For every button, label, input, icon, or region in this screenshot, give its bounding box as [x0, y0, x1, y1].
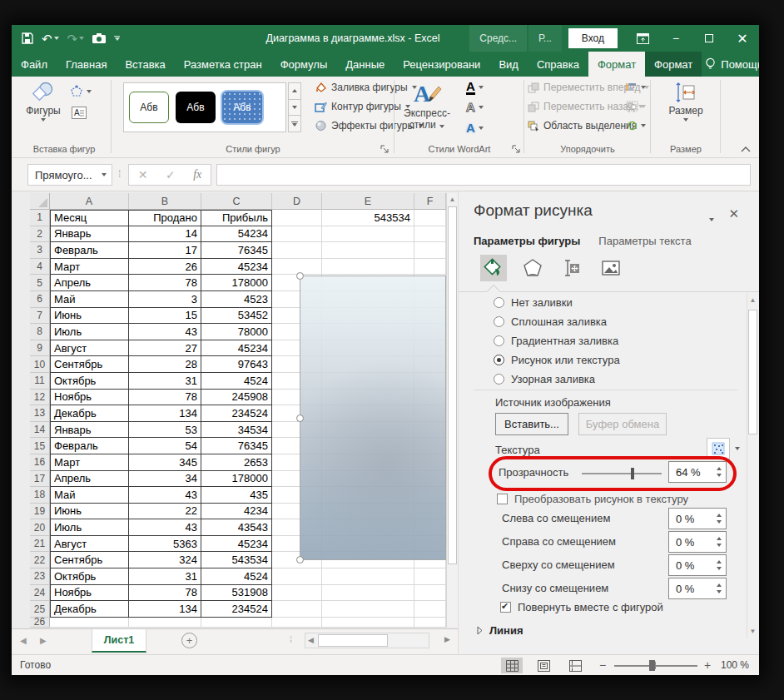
ribbon-tab[interactable]: Вид: [489, 52, 528, 77]
grid-cell[interactable]: 4524: [201, 568, 272, 585]
signin-button[interactable]: Вход: [568, 28, 618, 48]
zoom-slider[interactable]: [614, 665, 697, 667]
grid-cell[interactable]: 234524: [201, 405, 272, 422]
grid-row-header[interactable]: 9: [30, 340, 50, 357]
gallery-up-button[interactable]: [288, 82, 301, 100]
assistant-label[interactable]: Помощн: [721, 58, 759, 71]
zoom-level[interactable]: 100 %: [721, 659, 749, 671]
grid-cell[interactable]: [414, 601, 446, 618]
grid-cell[interactable]: Декабрь: [50, 405, 129, 422]
grid-cell[interactable]: 78: [129, 585, 201, 602]
grid-cell[interactable]: 27: [129, 340, 201, 357]
grid-cell[interactable]: [414, 226, 446, 243]
view-normal-icon[interactable]: [501, 658, 523, 673]
effects-icon[interactable]: [519, 255, 546, 281]
vertical-scrollbar[interactable]: ▲: [446, 193, 458, 628]
ribbon-tab[interactable]: Файл: [12, 52, 57, 77]
transparency-value-spinner[interactable]: 64 %: [668, 461, 727, 483]
view-page-layout-icon[interactable]: [533, 658, 554, 673]
grid-cell[interactable]: [322, 585, 414, 602]
grid-cell[interactable]: 43: [129, 324, 201, 340]
gallery-more-button[interactable]: [288, 116, 301, 132]
grid-cell[interactable]: 3: [129, 291, 201, 308]
grid-cell[interactable]: 531908: [201, 585, 272, 602]
pane-scrollbar[interactable]: ▲ ▼: [747, 293, 758, 638]
fill-option[interactable]: Рисунок или текстура: [494, 354, 620, 366]
grid-cell[interactable]: Октябрь: [50, 373, 129, 390]
grid-row-header[interactable]: 23: [30, 568, 50, 585]
fill-option[interactable]: Узорная заливка: [494, 373, 595, 385]
grid-cell[interactable]: Июнь: [50, 504, 129, 520]
offset-spinner[interactable]: 0 %: [668, 554, 727, 576]
grid-cell[interactable]: Февраль: [50, 438, 129, 454]
picture-icon[interactable]: [598, 255, 624, 281]
grid-cell[interactable]: 76345: [201, 438, 272, 454]
grid-cell[interactable]: Сентябрь: [50, 552, 129, 568]
grid-cell[interactable]: [322, 242, 414, 259]
grid-row-header[interactable]: 10: [30, 356, 50, 373]
grid-row-header[interactable]: 8: [30, 324, 50, 340]
grid-cell[interactable]: 43: [129, 519, 201, 536]
grid-row-header[interactable]: 18: [30, 487, 50, 504]
wordart-quick-styles-button[interactable]: А Экспресс-стили: [399, 80, 454, 132]
wordart-dialog-launcher[interactable]: [512, 145, 521, 154]
grid-row-header[interactable]: 12: [30, 390, 50, 406]
qat-customize-button[interactable]: [114, 36, 120, 41]
grid-cell[interactable]: 43543: [201, 519, 272, 536]
grid-cell[interactable]: Ноябрь: [50, 390, 129, 406]
grid-row-header[interactable]: 26: [30, 618, 50, 628]
close-button[interactable]: ✕: [726, 25, 759, 52]
picture-overlay[interactable]: [300, 276, 446, 560]
sheet-nav-right-arrow[interactable]: ▶: [40, 636, 47, 645]
ribbon-tab[interactable]: Формулы: [271, 52, 337, 77]
transparency-slider-thumb[interactable]: [631, 468, 634, 479]
grid-cell[interactable]: 76345: [201, 242, 272, 259]
picture-handle-bottom-left[interactable]: [296, 556, 304, 563]
grid-cell[interactable]: 45234: [201, 536, 272, 553]
spin-down-icon[interactable]: [717, 520, 722, 524]
grid-cell[interactable]: 34: [129, 471, 201, 488]
grid-cell[interactable]: [322, 618, 414, 628]
sheet-tab-list1[interactable]: Лист1: [92, 629, 146, 653]
grid-cell[interactable]: 45234: [201, 259, 272, 276]
spin-up-icon[interactable]: [717, 583, 722, 587]
spin-up-icon[interactable]: [717, 537, 722, 540]
grid-col-header[interactable]: F: [414, 193, 446, 210]
grid-cell[interactable]: 234524: [201, 601, 272, 618]
checkbox-unchecked[interactable]: [497, 494, 508, 504]
tabbar-splitter[interactable]: ⁞: [290, 634, 292, 644]
radio-selected[interactable]: [494, 355, 504, 365]
grid-cell[interactable]: Апрель: [50, 471, 129, 488]
convert-to-texture-checkbox[interactable]: Преобразовать рисунок в текстуру: [497, 493, 688, 505]
grid-cell[interactable]: [272, 601, 322, 618]
spinner-arrows[interactable]: [717, 537, 722, 547]
grid-row-header[interactable]: 11: [30, 373, 50, 390]
grid-cell[interactable]: 22: [129, 504, 201, 520]
ribbon-tab[interactable]: Разметка стран: [175, 52, 271, 77]
shape-style-swatch-3-selected[interactable]: Абв: [222, 92, 262, 123]
grid-cell[interactable]: 31: [129, 568, 201, 585]
grid-row-header[interactable]: 3: [30, 242, 50, 259]
texture-picker[interactable]: [707, 438, 745, 459]
size-button[interactable]: Размер: [666, 82, 706, 122]
fill-line-icon[interactable]: [480, 255, 507, 281]
spin-up-icon[interactable]: [717, 560, 722, 563]
grid-row-header[interactable]: 24: [30, 585, 50, 602]
grid-cell[interactable]: 53452: [201, 308, 272, 325]
grid-row-header[interactable]: 1: [30, 210, 50, 226]
cancel-entry-icon[interactable]: ✕: [138, 168, 148, 181]
grid-col-header[interactable]: B: [129, 193, 201, 210]
grid-cell[interactable]: Март: [50, 259, 129, 276]
grid-cell[interactable]: 34534: [201, 422, 272, 439]
text-box-button[interactable]: A: [72, 107, 87, 119]
grid-cell[interactable]: [272, 210, 322, 226]
grid-row-header[interactable]: 5: [30, 275, 50, 291]
grid-cell[interactable]: 543534: [322, 210, 414, 226]
grid-cell[interactable]: [414, 618, 446, 628]
add-sheet-button[interactable]: +: [181, 633, 197, 648]
grid-cell[interactable]: Июнь: [50, 308, 129, 325]
grid-cell[interactable]: Октябрь: [50, 568, 129, 585]
radio-unselected[interactable]: [494, 297, 504, 308]
grid-cell[interactable]: [414, 210, 446, 226]
fill-option[interactable]: Сплошная заливка: [494, 315, 607, 328]
